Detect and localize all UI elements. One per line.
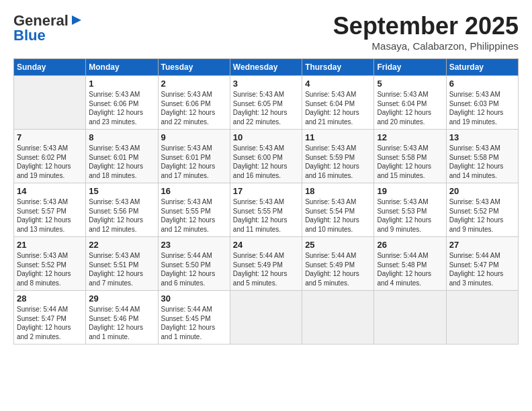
calendar-cell: 14Sunrise: 5:43 AM Sunset: 5:57 PM Dayli… — [14, 183, 86, 237]
header: General Blue September 2025 Masaya, Cala… — [13, 12, 519, 52]
day-number: 6 — [449, 79, 515, 89]
cell-content: Sunrise: 5:43 AM Sunset: 5:56 PM Dayligh… — [89, 197, 154, 234]
calendar-cell: 26Sunrise: 5:44 AM Sunset: 5:48 PM Dayli… — [374, 237, 446, 291]
day-number: 5 — [377, 79, 443, 89]
cell-content: Sunrise: 5:43 AM Sunset: 5:58 PM Dayligh… — [449, 144, 515, 180]
day-number: 23 — [161, 240, 227, 250]
day-header-thursday: Thursday — [302, 59, 374, 76]
calendar-cell — [302, 291, 374, 345]
calendar-table: SundayMondayTuesdayWednesdayThursdayFrid… — [13, 58, 519, 345]
day-header-friday: Friday — [374, 59, 446, 76]
cell-content: Sunrise: 5:43 AM Sunset: 6:02 PM Dayligh… — [17, 144, 83, 180]
calendar-header-row: SundayMondayTuesdayWednesdayThursdayFrid… — [14, 59, 519, 76]
cell-content: Sunrise: 5:43 AM Sunset: 6:01 PM Dayligh… — [161, 144, 227, 180]
calendar-cell: 19Sunrise: 5:43 AM Sunset: 5:53 PM Dayli… — [374, 183, 446, 237]
day-number: 22 — [89, 240, 154, 250]
logo-blue: Blue — [13, 27, 46, 44]
calendar-cell — [14, 76, 86, 130]
calendar-week-row: 14Sunrise: 5:43 AM Sunset: 5:57 PM Dayli… — [14, 183, 519, 237]
calendar-cell: 24Sunrise: 5:44 AM Sunset: 5:49 PM Dayli… — [230, 237, 302, 291]
logo-arrow-icon — [69, 13, 84, 28]
cell-content: Sunrise: 5:44 AM Sunset: 5:47 PM Dayligh… — [449, 251, 515, 287]
day-number: 7 — [17, 132, 83, 142]
cell-content: Sunrise: 5:43 AM Sunset: 5:54 PM Dayligh… — [305, 197, 371, 234]
cell-content: Sunrise: 5:43 AM Sunset: 5:58 PM Dayligh… — [377, 144, 443, 180]
day-number: 10 — [233, 132, 299, 142]
cell-content: Sunrise: 5:43 AM Sunset: 5:52 PM Dayligh… — [17, 251, 83, 287]
calendar-cell — [446, 291, 518, 345]
calendar-cell: 6Sunrise: 5:43 AM Sunset: 6:03 PM Daylig… — [446, 76, 518, 130]
calendar-cell: 5Sunrise: 5:43 AM Sunset: 6:04 PM Daylig… — [374, 76, 446, 130]
calendar-cell: 3Sunrise: 5:43 AM Sunset: 6:05 PM Daylig… — [230, 76, 302, 130]
day-header-wednesday: Wednesday — [230, 59, 302, 76]
day-number: 26 — [377, 240, 443, 250]
day-number: 21 — [17, 240, 83, 250]
cell-content: Sunrise: 5:43 AM Sunset: 5:53 PM Dayligh… — [377, 197, 443, 234]
calendar-cell: 29Sunrise: 5:44 AM Sunset: 5:46 PM Dayli… — [86, 291, 158, 345]
cell-content: Sunrise: 5:43 AM Sunset: 5:55 PM Dayligh… — [161, 197, 227, 234]
day-header-monday: Monday — [86, 59, 158, 76]
cell-content: Sunrise: 5:43 AM Sunset: 5:55 PM Dayligh… — [233, 197, 299, 234]
day-number: 1 — [89, 79, 154, 89]
cell-content: Sunrise: 5:43 AM Sunset: 6:04 PM Dayligh… — [377, 90, 443, 126]
day-header-saturday: Saturday — [446, 59, 518, 76]
day-number: 4 — [305, 79, 371, 89]
calendar-cell: 11Sunrise: 5:43 AM Sunset: 5:59 PM Dayli… — [302, 130, 374, 183]
day-number: 17 — [233, 186, 299, 196]
cell-content: Sunrise: 5:43 AM Sunset: 6:06 PM Dayligh… — [89, 90, 154, 126]
calendar-cell: 8Sunrise: 5:43 AM Sunset: 6:01 PM Daylig… — [86, 130, 158, 183]
calendar-week-row: 7Sunrise: 5:43 AM Sunset: 6:02 PM Daylig… — [14, 130, 519, 183]
cell-content: Sunrise: 5:43 AM Sunset: 5:57 PM Dayligh… — [17, 197, 83, 234]
calendar-cell — [374, 291, 446, 345]
calendar-cell: 12Sunrise: 5:43 AM Sunset: 5:58 PM Dayli… — [374, 130, 446, 183]
calendar-cell: 7Sunrise: 5:43 AM Sunset: 6:02 PM Daylig… — [14, 130, 86, 183]
svg-marker-0 — [72, 15, 81, 25]
day-header-sunday: Sunday — [14, 59, 86, 76]
day-number: 18 — [305, 186, 371, 196]
day-number: 3 — [233, 79, 299, 89]
cell-content: Sunrise: 5:43 AM Sunset: 5:59 PM Dayligh… — [305, 144, 371, 180]
calendar-cell: 20Sunrise: 5:43 AM Sunset: 5:52 PM Dayli… — [446, 183, 518, 237]
calendar-title: September 2025 — [333, 12, 519, 40]
calendar-week-row: 28Sunrise: 5:44 AM Sunset: 5:47 PM Dayli… — [14, 291, 519, 345]
day-number: 24 — [233, 240, 299, 250]
cell-content: Sunrise: 5:43 AM Sunset: 6:03 PM Dayligh… — [449, 90, 515, 126]
day-number: 2 — [161, 79, 227, 89]
calendar-cell: 23Sunrise: 5:44 AM Sunset: 5:50 PM Dayli… — [158, 237, 230, 291]
calendar-week-row: 1Sunrise: 5:43 AM Sunset: 6:06 PM Daylig… — [14, 76, 519, 130]
calendar-cell: 16Sunrise: 5:43 AM Sunset: 5:55 PM Dayli… — [158, 183, 230, 237]
day-number: 19 — [377, 186, 443, 196]
calendar-cell: 17Sunrise: 5:43 AM Sunset: 5:55 PM Dayli… — [230, 183, 302, 237]
title-block: September 2025 Masaya, Calabarzon, Phili… — [333, 12, 519, 52]
calendar-cell: 1Sunrise: 5:43 AM Sunset: 6:06 PM Daylig… — [86, 76, 158, 130]
calendar-cell: 2Sunrise: 5:43 AM Sunset: 6:06 PM Daylig… — [158, 76, 230, 130]
calendar-cell: 10Sunrise: 5:43 AM Sunset: 6:00 PM Dayli… — [230, 130, 302, 183]
calendar-cell: 30Sunrise: 5:44 AM Sunset: 5:45 PM Dayli… — [158, 291, 230, 345]
cell-content: Sunrise: 5:43 AM Sunset: 6:00 PM Dayligh… — [233, 144, 299, 180]
day-number: 14 — [17, 186, 83, 196]
calendar-subtitle: Masaya, Calabarzon, Philippines — [333, 40, 519, 52]
calendar-cell — [230, 291, 302, 345]
cell-content: Sunrise: 5:43 AM Sunset: 6:01 PM Dayligh… — [89, 144, 154, 180]
day-header-tuesday: Tuesday — [158, 59, 230, 76]
day-number: 25 — [305, 240, 371, 250]
cell-content: Sunrise: 5:43 AM Sunset: 6:05 PM Dayligh… — [233, 90, 299, 126]
cell-content: Sunrise: 5:44 AM Sunset: 5:50 PM Dayligh… — [161, 251, 227, 287]
day-number: 13 — [449, 132, 515, 142]
calendar-cell: 22Sunrise: 5:43 AM Sunset: 5:51 PM Dayli… — [86, 237, 158, 291]
cell-content: Sunrise: 5:44 AM Sunset: 5:45 PM Dayligh… — [161, 305, 227, 341]
day-number: 8 — [89, 132, 154, 142]
calendar-cell: 18Sunrise: 5:43 AM Sunset: 5:54 PM Dayli… — [302, 183, 374, 237]
day-number: 30 — [161, 293, 227, 304]
calendar-cell: 28Sunrise: 5:44 AM Sunset: 5:47 PM Dayli… — [14, 291, 86, 345]
calendar-cell: 25Sunrise: 5:44 AM Sunset: 5:49 PM Dayli… — [302, 237, 374, 291]
calendar-week-row: 21Sunrise: 5:43 AM Sunset: 5:52 PM Dayli… — [14, 237, 519, 291]
page: General Blue September 2025 Masaya, Cala… — [0, 0, 532, 351]
cell-content: Sunrise: 5:43 AM Sunset: 5:52 PM Dayligh… — [449, 197, 515, 234]
calendar-cell: 9Sunrise: 5:43 AM Sunset: 6:01 PM Daylig… — [158, 130, 230, 183]
calendar-cell: 4Sunrise: 5:43 AM Sunset: 6:04 PM Daylig… — [302, 76, 374, 130]
calendar-cell: 27Sunrise: 5:44 AM Sunset: 5:47 PM Dayli… — [446, 237, 518, 291]
day-number: 12 — [377, 132, 443, 142]
day-number: 28 — [17, 293, 83, 304]
day-number: 15 — [89, 186, 154, 196]
